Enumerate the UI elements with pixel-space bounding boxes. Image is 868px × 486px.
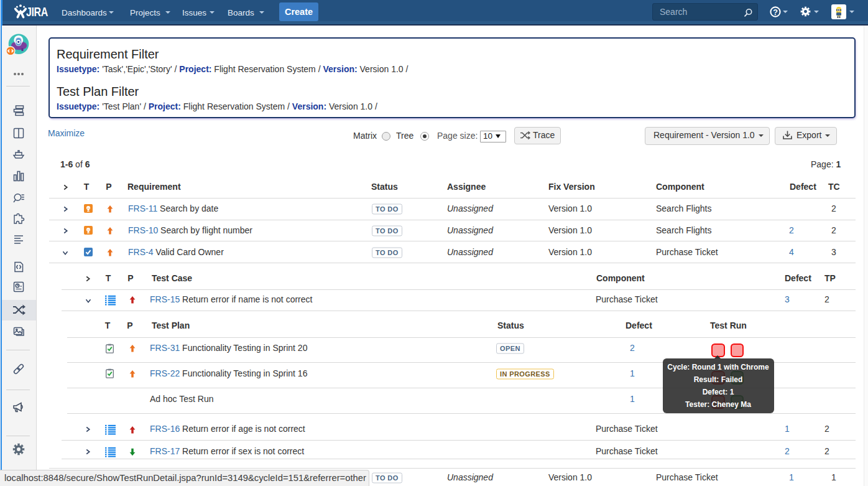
svg-text:?: ?: [773, 8, 778, 17]
